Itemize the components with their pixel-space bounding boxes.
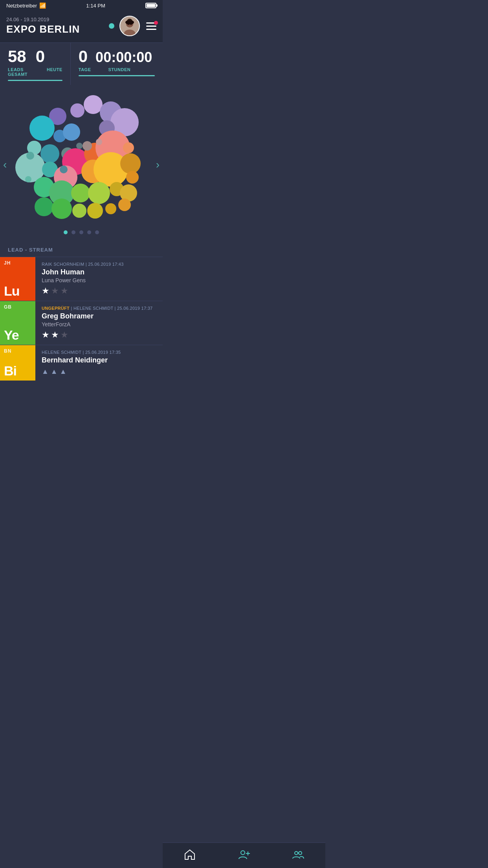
lead-stars: ★★★ <box>42 330 156 340</box>
dot-4[interactable] <box>87 230 91 234</box>
status-dot <box>109 23 114 29</box>
bubble <box>96 139 102 145</box>
leads-labels: LEADS GESAMT HEUTE <box>8 67 62 77</box>
star-empty: ★ <box>61 286 68 296</box>
lead-initials-big: Bi <box>4 364 17 377</box>
star-filled: ★ <box>42 286 50 296</box>
status-bar: Netzbetreiber 📶 1:14 PM <box>0 0 163 11</box>
dot-5[interactable] <box>95 230 99 234</box>
leads-numbers: 58 0 <box>8 48 62 65</box>
svg-point-5 <box>127 24 129 25</box>
lead-initials-big: Ye <box>4 328 19 342</box>
lead-name: John Human <box>42 268 156 276</box>
time-numbers: 0 00:00:00 <box>79 48 155 65</box>
bubble <box>120 153 141 174</box>
carousel-dots <box>64 230 99 234</box>
lead-avatar: JH Lu <box>0 257 35 301</box>
lead-company: Luna Power Gens <box>42 277 156 283</box>
leads-stat-block: 58 0 LEADS GESAMT HEUTE <box>0 43 71 85</box>
stunden-value: 00:00:00 <box>95 50 152 64</box>
time-stat-block: 0 00:00:00 TAGE STUNDEN <box>71 43 163 85</box>
leads-gesamt-label: LEADS GESAMT <box>8 67 37 77</box>
bubble <box>88 182 110 204</box>
lead-initials-top: GB <box>4 304 12 310</box>
lead-content: RAIK SCHORNHEIM | 25.06.2019 17:43 John … <box>35 257 163 301</box>
star-filled: ★ <box>42 330 50 340</box>
bubble <box>118 199 131 211</box>
heute-value: 0 <box>36 48 45 65</box>
tage-value: 0 <box>79 48 88 65</box>
carousel-prev[interactable]: ‹ <box>3 158 7 171</box>
dot-1[interactable] <box>64 230 68 234</box>
battery-indicator <box>145 3 156 8</box>
header-info: 24.06 - 19.10.2019 EXPO BERLIN <box>6 17 104 35</box>
lead-item[interactable]: JH Lu RAIK SCHORNHEIM | 25.06.2019 17:43… <box>0 257 163 301</box>
lead-stream-label: LEAD - STREAM <box>0 245 163 257</box>
wifi-icon: 📶 <box>39 2 46 9</box>
header-center <box>104 23 119 29</box>
bubble <box>51 199 72 219</box>
bubble <box>25 176 31 182</box>
lead-avatar: GB Ye <box>0 301 35 345</box>
bubble <box>35 197 53 216</box>
bubble <box>29 116 55 141</box>
rating-marks: ▲ ▲ ▲ <box>42 368 66 376</box>
tage-label: TAGE <box>79 67 91 72</box>
battery-icon <box>145 3 156 8</box>
bubble <box>87 203 103 219</box>
notification-dot <box>154 21 158 25</box>
lead-item[interactable]: BN Bi HELENE SCHMIDT | 25.06.2019 17:35 … <box>0 345 163 381</box>
lead-list: JH Lu RAIK SCHORNHEIM | 25.06.2019 17:43… <box>0 257 163 381</box>
menu-button[interactable] <box>146 22 156 30</box>
dot-2[interactable] <box>72 230 75 234</box>
svg-rect-7 <box>128 26 131 27</box>
bubble <box>126 171 139 184</box>
bubble <box>72 204 86 218</box>
bubble-chart-section: ‹ › <box>0 85 163 245</box>
lead-initials-big: Lu <box>4 284 20 298</box>
lead-content: HELENE SCHMIDT | 25.06.2019 17:35 Bernha… <box>35 345 163 381</box>
bubble <box>26 152 34 160</box>
time-underline <box>79 75 155 76</box>
lead-initials-top: BN <box>4 348 11 354</box>
lead-stars: ▲ ▲ ▲ <box>42 368 156 376</box>
leads-underline <box>8 80 62 81</box>
lead-meta: RAIK SCHORNHEIM | 25.06.2019 17:43 <box>42 262 156 267</box>
bubble <box>60 166 68 173</box>
bubble <box>71 184 90 202</box>
leads-gesamt-value: 58 <box>8 48 26 65</box>
time-label: 1:14 PM <box>86 3 105 9</box>
bubble <box>63 123 80 141</box>
lead-content: UNGEPRÜFT | HELENE SCHMIDT | 25.06.2019 … <box>35 301 163 345</box>
svg-point-6 <box>130 24 132 25</box>
dot-3[interactable] <box>79 230 83 234</box>
bubble-chart <box>11 93 152 226</box>
star-empty: ★ <box>61 330 68 340</box>
status-left: Netzbetreiber 📶 <box>6 2 46 9</box>
lead-meta: UNGEPRÜFT | HELENE SCHMIDT | 25.06.2019 … <box>42 306 156 311</box>
lead-initials-top: JH <box>4 260 11 266</box>
stunden-label: STUNDEN <box>108 67 131 72</box>
star-filled: ★ <box>51 330 59 340</box>
event-title: EXPO BERLIN <box>6 23 104 35</box>
header-actions <box>119 16 156 36</box>
bubble <box>70 103 84 118</box>
star-empty: ★ <box>51 286 59 296</box>
bubble <box>105 203 116 214</box>
avatar[interactable] <box>119 16 140 36</box>
bubble <box>76 143 83 149</box>
stats-row: 58 0 LEADS GESAMT HEUTE 0 00:00:00 TAGE … <box>0 42 163 85</box>
carousel-next[interactable]: › <box>156 158 160 171</box>
bubble <box>83 141 92 151</box>
time-labels: TAGE STUNDEN <box>79 67 155 72</box>
lead-meta: HELENE SCHMIDT | 25.06.2019 17:35 <box>42 350 156 355</box>
heute-label: HEUTE <box>47 67 62 77</box>
lead-avatar: BN Bi <box>0 345 35 381</box>
carrier-label: Netzbetreiber <box>6 3 37 9</box>
lead-name: Bernhard Neidinger <box>42 356 156 364</box>
lead-item[interactable]: GB Ye UNGEPRÜFT | HELENE SCHMIDT | 25.06… <box>0 301 163 345</box>
date-range: 24.06 - 19.10.2019 <box>6 17 104 22</box>
lead-company: YetterForzA <box>42 321 156 327</box>
bubble <box>123 142 134 153</box>
header: 24.06 - 19.10.2019 EXPO BERLIN <box>0 11 163 42</box>
